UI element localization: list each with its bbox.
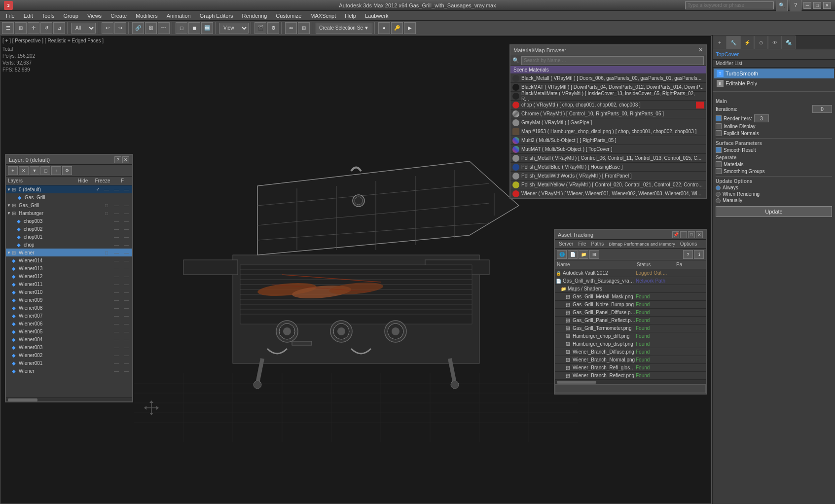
- asset-row-wiener-diffuse[interactable]: 🖼 Wiener_Branch_Diffuse.png Found: [555, 348, 706, 356]
- layer-row-0default[interactable]: ▼ ⊞ 0 (default) ✓ — — —: [6, 185, 132, 193]
- layer-row-wiener[interactable]: ◆ Wiener — —: [6, 367, 132, 375]
- asset-menu-paths[interactable]: Paths: [589, 241, 606, 247]
- layers-settings-button[interactable]: ⚙: [62, 166, 72, 175]
- asset-help-button[interactable]: ?: [683, 250, 693, 259]
- layer-row-wiener013[interactable]: ◆ Wiener013 — —: [6, 264, 132, 272]
- rotate-button[interactable]: ↺: [40, 22, 52, 34]
- explicit-normals-checkbox[interactable]: [716, 130, 722, 136]
- menu-graph-editors[interactable]: Graph Editors: [196, 12, 237, 20]
- bind-space-warp[interactable]: 〰: [158, 22, 170, 34]
- display-tab[interactable]: 👁: [768, 36, 782, 49]
- asset-scrollbar[interactable]: [555, 380, 706, 384]
- title-search-input[interactable]: [685, 1, 774, 9]
- material-search-input[interactable]: [521, 56, 704, 65]
- asset-folder-button[interactable]: 📁: [579, 250, 588, 259]
- menu-group[interactable]: Group: [59, 12, 82, 20]
- layer-row-hamburger[interactable]: ▼ ⊞ Hamburger □ — —: [6, 209, 132, 217]
- array-button[interactable]: ⊞: [298, 22, 310, 34]
- asset-menu-bitmap[interactable]: Bitmap Performance and Memory: [607, 242, 677, 247]
- asset-minimize-button[interactable]: ─: [680, 231, 687, 238]
- asset-row-hamburger-displ[interactable]: 🖼 Hamburger_chop_displ.png Found: [555, 340, 706, 348]
- material-row-polish-metall[interactable]: Polish_Metall ( VRayMtl ) [ Control_06, …: [510, 154, 706, 163]
- help-icon[interactable]: ?: [790, 0, 801, 11]
- asset-row-wiener-reflect[interactable]: 🖼 Wiener_Branch_Reflect.png Found: [555, 372, 706, 380]
- material-list[interactable]: Black_Metall ( VRayMtl ) [ Doors_006, ga…: [510, 74, 706, 198]
- layers-scroll-thumb[interactable]: [8, 398, 37, 401]
- selection-filter-dropdown[interactable]: All: [71, 23, 96, 34]
- asset-network-button[interactable]: 🌐: [557, 250, 567, 259]
- motion-tab[interactable]: ⊙: [754, 36, 768, 49]
- smoothing-groups-checkbox[interactable]: [716, 168, 722, 174]
- material-row-chrome[interactable]: Chrome ( VRayMtl ) [ Control_10, RightPa…: [510, 109, 706, 118]
- mirror-button[interactable]: ⇔: [285, 22, 297, 34]
- asset-row-panel-diffuse[interactable]: 🖼 Gas_Grill_Panel_Diffuse.png Found: [555, 309, 706, 317]
- search-icon[interactable]: 🔍: [776, 0, 788, 11]
- menu-customize[interactable]: Customize: [272, 12, 305, 20]
- maximize-button[interactable]: □: [813, 2, 821, 9]
- layers-new-button[interactable]: +: [8, 166, 18, 175]
- select-invert-button[interactable]: ◼: [188, 22, 200, 34]
- select-object-button[interactable]: ☰: [2, 22, 14, 34]
- asset-maximize-button[interactable]: □: [688, 231, 695, 238]
- asset-row-panel-reflect[interactable]: 🖼 Gas_Grill_Panel_Reflect.png Found: [555, 317, 706, 324]
- layers-move-button[interactable]: ↑: [51, 166, 61, 175]
- asset-close-button[interactable]: ✕: [696, 231, 703, 238]
- layer-row-wiener011[interactable]: ◆ Wiener011 — —: [6, 280, 132, 288]
- layer-row-wiener009[interactable]: ◆ Wiener009 — —: [6, 296, 132, 304]
- close-button[interactable]: ✕: [823, 2, 831, 9]
- material-row-polish-yellow[interactable]: Polish_MetallYellow ( VRayMtl ) [ Contro…: [510, 180, 706, 189]
- material-row-blackmetallmate[interactable]: BlackMetallMate ( VRayMtl ) [ InsideCove…: [510, 92, 706, 101]
- material-row-map1953[interactable]: Map #1953 ( Hamburger_chop_displ.png ) […: [510, 127, 706, 136]
- asset-info-button[interactable]: ℹ: [694, 250, 704, 259]
- material-row-multi2[interactable]: Multi2 ( Multi/Sub-Object ) [ RightParts…: [510, 136, 706, 145]
- menu-edit[interactable]: Edit: [20, 12, 37, 20]
- asset-row-maps-folder[interactable]: 📁 Maps / Shaders: [555, 285, 706, 293]
- create-selection-button[interactable]: Create Selection Se ▼: [316, 23, 372, 34]
- layer-row-wiener004[interactable]: ◆ Wiener004 — —: [6, 335, 132, 343]
- select-by-name-button[interactable]: 🔤: [201, 22, 213, 34]
- ts-iterations-input[interactable]: [812, 105, 832, 113]
- layers-close-button[interactable]: ✕: [122, 156, 129, 163]
- layer-row-chop002[interactable]: ▶ ◆ chop002 — —: [6, 225, 132, 233]
- asset-row-vault[interactable]: 🔒 Autodesk Vault 2012 Logged Out ...: [555, 269, 706, 277]
- asset-row-maxfile[interactable]: 📄 Gas_Grill_with_Sausages_vray.max Netwo…: [555, 277, 706, 285]
- asset-row-wiener-normal[interactable]: 🖼 Wiener_Branch_Normal.png Found: [555, 356, 706, 364]
- asset-path-input[interactable]: [555, 384, 706, 393]
- menu-laubwerk[interactable]: Laubwerk: [361, 12, 393, 20]
- undo-button[interactable]: ↩: [102, 22, 113, 34]
- layers-content[interactable]: ▼ ⊞ 0 (default) ✓ — — — ▶ ◆ Gas_Grill — …: [6, 185, 132, 397]
- menu-tools[interactable]: Tools: [38, 12, 59, 20]
- layers-delete-button[interactable]: ✕: [19, 166, 29, 175]
- material-row-chop[interactable]: chop ( VRayMtl ) [ chop, chop001, chop00…: [510, 101, 706, 109]
- asset-menu-server[interactable]: Server: [557, 241, 575, 247]
- viewport-dropdown[interactable]: View: [219, 23, 249, 34]
- material-row-blackmetall[interactable]: Black_Metall ( VRayMtl ) [ Doors_006, ga…: [510, 74, 706, 83]
- rendering-radio[interactable]: [716, 192, 721, 197]
- layer-row-wiener014[interactable]: ◆ Wiener014 — —: [6, 256, 132, 264]
- material-row-wiener[interactable]: Wiener ( VRayMtl ) [ Wiener, Wiener001, …: [510, 189, 706, 198]
- asset-pin-button[interactable]: 📌: [672, 231, 679, 238]
- link-button[interactable]: 🔗: [132, 22, 144, 34]
- modify-tab active[interactable]: 🔧: [726, 36, 740, 49]
- create-tab[interactable]: +: [713, 36, 726, 49]
- material-row-polish-blue[interactable]: Polish_MetallBlue ( VRayMtl ) [ HousingB…: [510, 163, 706, 172]
- hierarchy-tab[interactable]: ⚡: [740, 36, 754, 49]
- render-setup-button[interactable]: ⚙: [267, 22, 279, 34]
- layer-row-wiener-layer[interactable]: ▼ ⊞ Wiener □ — —: [6, 249, 132, 256]
- layer-row-chop003[interactable]: ▶ ◆ chop003 — —: [6, 217, 132, 225]
- materials-checkbox[interactable]: [716, 161, 722, 167]
- asset-row-mask[interactable]: 🖼 Gas_Grill_Metall_Mask.png Found: [555, 293, 706, 301]
- menu-file[interactable]: File: [2, 12, 19, 20]
- material-row-polish-words[interactable]: Polish_MetallWithWords ( VRayMtl ) [ Fro…: [510, 172, 706, 180]
- layer-row-wiener001[interactable]: ◆ Wiener001 — —: [6, 359, 132, 367]
- set-key-button[interactable]: 🔑: [391, 22, 403, 34]
- layer-row-wiener002[interactable]: ◆ Wiener002 — —: [6, 351, 132, 359]
- asset-grid-button[interactable]: ⊞: [589, 250, 599, 259]
- menu-views[interactable]: Views: [83, 12, 106, 20]
- menu-maxscript[interactable]: MAXScript: [306, 12, 340, 20]
- menu-rendering[interactable]: Rendering: [238, 12, 271, 20]
- manually-radio[interactable]: [716, 198, 721, 203]
- asset-menu-file[interactable]: File: [576, 241, 588, 247]
- layers-help-button[interactable]: ?: [114, 156, 121, 163]
- layer-row-wiener012[interactable]: ◆ Wiener012 — —: [6, 272, 132, 280]
